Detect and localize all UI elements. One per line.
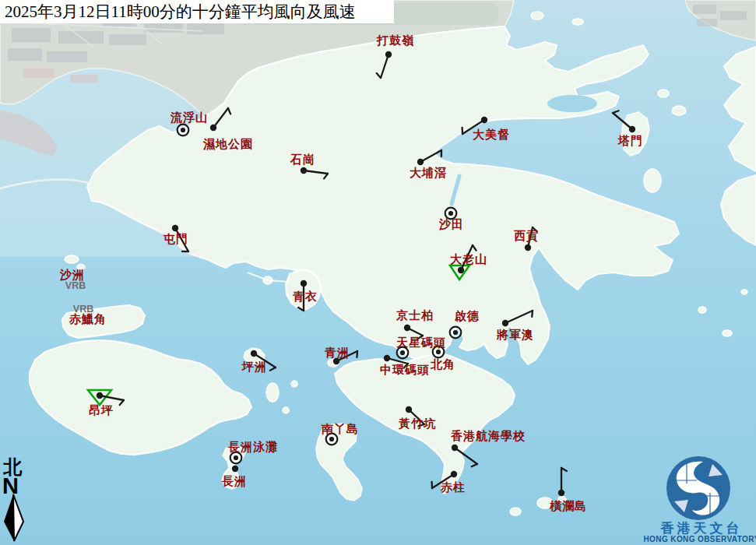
- station-label-stanley: 赤柱: [440, 481, 466, 494]
- station-label: 赤鱲角: [69, 313, 107, 325]
- station-label-tseung-kwan-o: 將軍澳: [496, 329, 534, 341]
- vrb-label: VRB: [73, 304, 93, 315]
- station-dot: [448, 211, 453, 216]
- station-dot: [452, 445, 458, 451]
- station-label: 天星碼頭: [396, 336, 446, 349]
- station-label-green-island: 青洲: [324, 346, 350, 359]
- map-title: 2025年3月12日11時00分的十分鐘平均風向及風速: [0, 0, 394, 23]
- station-label: 香港航海學校: [450, 429, 526, 442]
- hko-chinese-name: 香港天文台: [660, 521, 743, 536]
- station-label-tap-mun: 塔門: [617, 135, 643, 147]
- station-dot: [629, 126, 635, 132]
- islet: [510, 508, 521, 515]
- station-label: 中環碼頭: [380, 364, 430, 376]
- station-label: 沙洲: [59, 269, 85, 281]
- station-dot: [384, 355, 390, 361]
- islet: [698, 307, 706, 313]
- station-label-tai-mei-tuk: 大美督: [473, 128, 510, 141]
- station-label: 北角: [430, 358, 455, 371]
- station-dot: [481, 117, 487, 123]
- hko-english-name: HONG KONG OBSERVATORY: [644, 535, 756, 543]
- station-dot: [333, 358, 339, 364]
- station-dot: [301, 167, 307, 174]
- station-label-lamma-island: 南丫島: [321, 423, 359, 435]
- station-label: 啟德: [454, 310, 480, 322]
- hei-ling-chau: [266, 383, 279, 402]
- station-label: 大老山: [450, 253, 487, 265]
- grass-island: [644, 169, 661, 192]
- station-dot: [558, 490, 564, 496]
- station-label: 昂坪: [89, 404, 114, 417]
- station-dot: [251, 350, 257, 357]
- station-kai-tak: [450, 327, 462, 339]
- station-label-tuen-mun: 屯門: [163, 233, 188, 245]
- station-label-ta-kwu-ling: 打鼓嶺: [376, 34, 414, 47]
- sha-chau-islet: [65, 255, 79, 263]
- station-label-north-point: 北角: [430, 358, 455, 371]
- islet: [531, 12, 543, 19]
- station-label-shek-kong: 石崗: [290, 153, 315, 166]
- station-label: 將軍澳: [496, 329, 534, 341]
- station-label-cheung-chau-beach: 長洲泳灘: [227, 440, 278, 453]
- station-label: 坪洲: [241, 360, 267, 373]
- station-lau-fau-shan: [178, 125, 189, 136]
- station-label-star-ferry: 天星碼頭: [396, 336, 446, 349]
- north-letter-label: N: [2, 473, 19, 498]
- islet: [741, 290, 747, 294]
- station-dot: [525, 244, 531, 251]
- station-label-peng-chau: 坪洲: [241, 360, 267, 373]
- station-label: 大美督: [473, 128, 510, 141]
- plover-cove-reservoir: [547, 95, 597, 112]
- station-label-sha-tin: 沙田: [438, 218, 464, 230]
- station-label-wong-chuk-hang: 黃竹坑: [398, 417, 436, 430]
- station-dot: [502, 320, 508, 326]
- station-dot: [97, 392, 103, 399]
- station-label: 西貢: [514, 230, 539, 243]
- station-label-tsing-yi: 青衣: [292, 290, 318, 303]
- station-label: 京士柏: [396, 309, 434, 322]
- station-label-tai-po-kau: 大埔滘: [410, 167, 447, 179]
- station-label: 塔門: [617, 135, 643, 147]
- islet: [291, 381, 297, 387]
- station-dot: [210, 125, 216, 131]
- station-dot: [181, 128, 185, 132]
- station-label-waglan-island: 橫瀾島: [549, 500, 587, 512]
- station-dot: [458, 267, 464, 273]
- station-label: 大埔滘: [410, 167, 447, 179]
- station-label-tates-cairn: 大老山: [450, 253, 487, 265]
- station-label-wetland-park: 濕地公園: [202, 138, 253, 150]
- station-dot: [234, 455, 238, 460]
- wind-barb-feather: [357, 351, 357, 357]
- station-label-central-pier: 中環碼頭: [380, 364, 430, 376]
- wind-map-screen: 打鼓嶺流浮山濕地公園石崗大埔滘大美督塔門沙田屯門西貢大老山沙洲VRB赤鱲角VRB…: [0, 0, 756, 545]
- station-label: 長洲: [221, 475, 247, 487]
- station-cheung-chau: [232, 466, 238, 472]
- station-dot: [301, 280, 307, 287]
- station-label-ngong-ping: 昂坪: [89, 404, 114, 417]
- port-island: [658, 90, 669, 97]
- station-label-kings-park: 京士柏: [396, 309, 434, 322]
- station-dot: [232, 466, 238, 472]
- station-dot: [417, 159, 424, 165]
- station-dot: [400, 350, 405, 355]
- station-label: 屯門: [163, 233, 188, 245]
- station-label: 石崗: [290, 153, 315, 166]
- wind-barb-feather: [532, 311, 533, 317]
- islet: [572, 19, 583, 25]
- station-label-lau-fau-shan: 流浮山: [170, 111, 208, 124]
- station-dot: [385, 51, 392, 58]
- station-label: 赤柱: [440, 481, 466, 494]
- station-label: 橫瀾島: [549, 500, 587, 512]
- station-dot: [406, 406, 412, 413]
- station-label: 青洲: [324, 346, 350, 359]
- map-canvas: 打鼓嶺流浮山濕地公園石崗大埔滘大美督塔門沙田屯門西貢大老山沙洲VRB赤鱲角VRB…: [0, 0, 756, 545]
- station-label-cheung-chau: 長洲: [221, 475, 247, 487]
- station-dot: [451, 471, 457, 477]
- station-label-sai-kung: 西貢: [514, 230, 539, 243]
- station-dot: [453, 330, 458, 335]
- islet: [672, 106, 686, 115]
- islet: [283, 407, 289, 413]
- station-label: 打鼓嶺: [376, 34, 414, 47]
- station-dot: [404, 325, 410, 331]
- vrb-label: VRB: [65, 280, 86, 291]
